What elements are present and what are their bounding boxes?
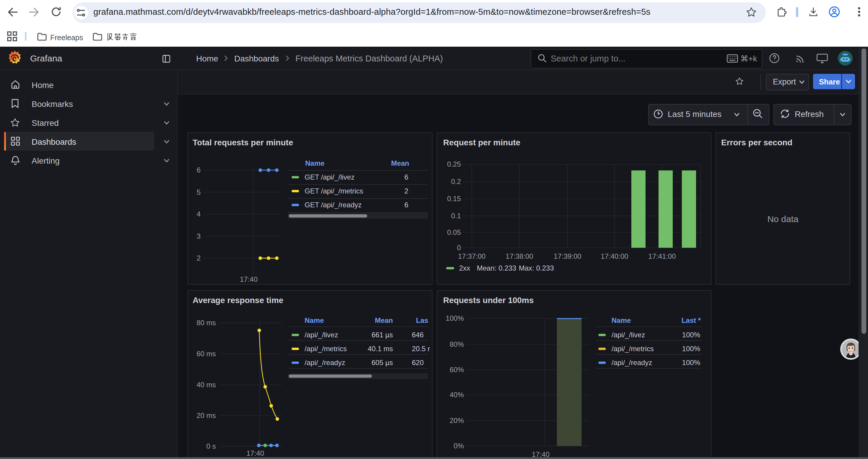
svg-text:0.1: 0.1 [451, 211, 461, 220]
svg-text:0.05: 0.05 [447, 228, 461, 236]
svg-text:40.1 ms: 40.1 ms [368, 345, 393, 352]
svg-text:0.15: 0.15 [447, 194, 461, 202]
svg-text:2: 2 [197, 254, 200, 262]
svg-text:605 µs: 605 µs [371, 358, 393, 366]
svg-text:Max: 0.233: Max: 0.233 [519, 264, 554, 272]
svg-text:100%: 100% [682, 330, 700, 338]
svg-text:/api/_/metrics: /api/_/metrics [612, 345, 654, 352]
svg-text:17:40: 17:40 [240, 275, 258, 283]
svg-text:3: 3 [197, 232, 200, 240]
svg-text:17:38:00: 17:38:00 [505, 252, 533, 260]
svg-text:Name: Name [612, 316, 631, 324]
svg-text:GET /api/_/livez: GET /api/_/livez [305, 173, 354, 181]
svg-text:0%: 0% [454, 441, 464, 450]
svg-text:80 ms: 80 ms [196, 319, 216, 326]
svg-text:17:41:00: 17:41:00 [648, 252, 676, 260]
svg-text:40%: 40% [450, 391, 464, 398]
svg-text:17:40: 17:40 [246, 449, 264, 457]
svg-text:100%: 100% [682, 358, 700, 366]
svg-text:6: 6 [404, 173, 408, 181]
svg-text:17:39:00: 17:39:00 [554, 252, 581, 260]
svg-text:/api/_/readyz: /api/_/readyz [612, 358, 652, 366]
svg-text:/api/_/livez: /api/_/livez [305, 330, 338, 338]
svg-text:20 ms: 20 ms [196, 411, 216, 419]
svg-text:60 ms: 60 ms [196, 350, 216, 357]
svg-text:0: 0 [457, 243, 461, 251]
svg-text:60%: 60% [450, 365, 464, 373]
svg-text:0.2: 0.2 [451, 177, 461, 185]
svg-text:17:37:00: 17:37:00 [458, 252, 486, 260]
svg-text:80%: 80% [450, 340, 464, 348]
svg-text:100%: 100% [446, 314, 464, 322]
svg-text:20.5 r: 20.5 r [412, 345, 430, 352]
svg-text:GET /api/_/metrics: GET /api/_/metrics [305, 187, 363, 195]
svg-text:646: 646 [412, 330, 424, 338]
svg-text:40 ms: 40 ms [196, 381, 216, 388]
svg-text:0.25: 0.25 [447, 160, 461, 168]
svg-text:Name: Name [305, 316, 324, 324]
svg-text:/api/_/readyz: /api/_/readyz [305, 358, 345, 366]
svg-text:661 µs: 661 µs [371, 330, 393, 338]
svg-text:5: 5 [197, 188, 200, 196]
svg-text:6: 6 [404, 201, 408, 208]
svg-text:2: 2 [404, 187, 408, 195]
svg-text:Las: Las [416, 316, 428, 324]
svg-text:0 s: 0 s [207, 442, 216, 450]
svg-text:Last *: Last * [682, 316, 701, 324]
svg-text:/api/_/livez: /api/_/livez [612, 330, 645, 338]
svg-text:20%: 20% [450, 416, 464, 424]
svg-text:4: 4 [197, 210, 200, 218]
svg-text:GET /api/_/readyz: GET /api/_/readyz [305, 201, 362, 208]
svg-text:Mean: 0.233: Mean: 0.233 [477, 264, 516, 272]
svg-text:Mean: Mean [375, 316, 393, 324]
svg-text:2xx: 2xx [459, 264, 470, 272]
svg-text:6: 6 [197, 166, 200, 174]
svg-text:Mean: Mean [391, 159, 409, 167]
svg-text:Name: Name [305, 159, 324, 167]
svg-text:17:40:00: 17:40:00 [601, 252, 628, 260]
svg-text:/api/_/metrics: /api/_/metrics [305, 345, 347, 352]
svg-text:100%: 100% [682, 345, 700, 352]
svg-text:620: 620 [412, 358, 424, 366]
